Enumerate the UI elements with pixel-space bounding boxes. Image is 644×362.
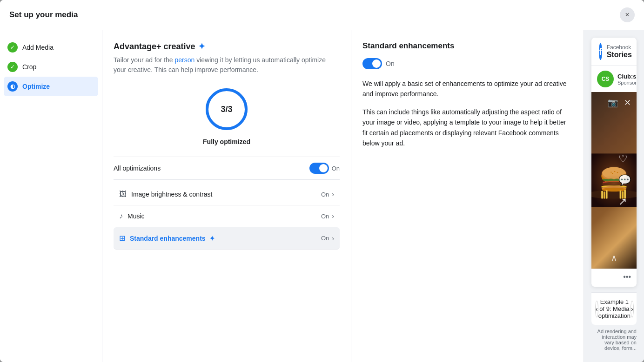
standard-label: Standard enhancements ✦	[130, 235, 215, 242]
close-button[interactable]: ×	[620, 7, 635, 22]
circle-label: Fully optimized	[203, 138, 250, 145]
preview-container: f Facebook Stories CS	[591, 38, 637, 287]
ad-footer-actions: •••	[591, 269, 637, 285]
sidebar-item-crop[interactable]: ✓ Crop	[0, 57, 102, 77]
se-title: Standard enhancements	[362, 41, 572, 51]
se-toggle[interactable]	[362, 58, 382, 69]
music-chevron: ›	[332, 212, 334, 220]
svg-rect-17	[606, 190, 608, 198]
share-icon[interactable]: ↗	[618, 196, 631, 208]
ad-more-icon[interactable]: •••	[623, 273, 631, 281]
brightness-icon: 🖼	[119, 190, 127, 198]
preview-header: f Facebook Stories	[591, 38, 637, 66]
se-on-text: On	[386, 60, 395, 67]
ad-header: CS Club:soda Sponsored ••• ✕	[591, 66, 637, 92]
sidebar: ✓ Add Media ✓ Crop ◐ Optimize	[0, 30, 102, 362]
modal-title: Set up your media	[9, 10, 78, 20]
modal-header: Set up your media ×	[0, 0, 644, 30]
se-toggle-row: On	[362, 58, 572, 69]
svg-point-7	[610, 172, 612, 173]
middle-panel: Standard enhancements On We will apply a…	[351, 30, 584, 362]
all-opt-toggle[interactable]	[309, 163, 329, 174]
image-close-icon[interactable]: ✕	[624, 98, 631, 108]
preview-nav: ‹ Example 1 of 9: Media optimization ›	[591, 292, 637, 325]
nav-label: Example 1 of 9: Media optimization	[598, 298, 631, 319]
check-icon-crop: ✓	[7, 62, 18, 72]
image-side-actions: ♡ 💬 ↗	[618, 153, 631, 208]
main-content: Advantage+ creative ✦ Tailor your ad for…	[102, 30, 644, 362]
sidebar-label-optimize: Optimize	[22, 83, 50, 90]
music-status: On	[321, 213, 329, 220]
svg-rect-16	[604, 191, 605, 198]
svg-rect-15	[601, 191, 603, 199]
svg-point-10	[612, 173, 613, 174]
opt-item-brightness[interactable]: 🖼 Image brightness & contrast On ›	[114, 184, 340, 205]
opt-item-standard[interactable]: ⊞ Standard enhancements ✦ On ›	[114, 227, 340, 250]
sidebar-item-add-media[interactable]: ✓ Add Media	[0, 38, 102, 57]
comment-icon[interactable]: 💬	[618, 174, 631, 186]
sparkle-icon: ✦	[198, 41, 205, 52]
all-opt-label: All optimizations	[114, 165, 161, 172]
preview-name: Stories	[607, 51, 632, 59]
camera-icon[interactable]: 📷	[608, 98, 618, 108]
brightness-label: Image brightness & contrast	[131, 191, 212, 198]
brightness-chevron: ›	[332, 191, 334, 198]
modal-body: ✓ Add Media ✓ Crop ◐ Optimize	[0, 30, 644, 362]
next-button[interactable]: ›	[631, 301, 634, 317]
all-opt-toggle-row: On	[309, 163, 340, 174]
circle-progress: 3/3	[203, 86, 250, 132]
heart-icon[interactable]: ♡	[618, 153, 631, 165]
preview-platform: Facebook	[607, 44, 632, 51]
subtitle-link[interactable]: person	[175, 56, 195, 64]
panel-subtitle: Tailor your ad for the person viewing it…	[114, 55, 340, 75]
sidebar-label-add-media: Add Media	[22, 44, 54, 51]
subtitle-before: Tailor your ad for the	[114, 56, 175, 64]
left-panel: Advantage+ creative ✦ Tailor your ad for…	[102, 30, 351, 362]
circle-container: 3/3 Fully optimized	[114, 86, 340, 145]
brightness-status: On	[321, 191, 329, 198]
ad-avatar: CS	[597, 71, 614, 87]
facebook-icon: f	[599, 43, 602, 60]
sidebar-item-optimize[interactable]: ◐ Optimize	[4, 77, 98, 96]
panel-title: Advantage+ creative ✦	[114, 41, 340, 52]
all-optimizations-row: All optimizations On	[114, 157, 340, 180]
standard-status: On	[321, 235, 329, 242]
standard-chevron: ›	[332, 235, 334, 242]
all-opt-on-text: On	[332, 165, 340, 172]
ad-sponsored: Sponsored	[617, 80, 637, 86]
modal: Set up your media × ✓ Add Media ✓ Crop ◐	[0, 0, 644, 362]
circle-value: 3/3	[221, 105, 232, 114]
right-panel: f Facebook Stories CS	[584, 30, 644, 362]
preview-footer: Ad rendering and interaction may vary ba…	[591, 325, 637, 355]
standard-sparkle: ✦	[209, 235, 215, 242]
se-description2: This can include things like automatical…	[362, 107, 572, 149]
cta-row: Learn more	[591, 285, 637, 287]
svg-point-8	[614, 171, 616, 172]
opt-item-music[interactable]: ♪ Music On ›	[114, 205, 340, 227]
check-icon-add-media: ✓	[7, 42, 18, 53]
prev-button[interactable]: ‹	[595, 301, 598, 317]
ad-image: 📷 ✕ ♡ 💬 ↗ ∧	[591, 92, 637, 269]
music-label: Music	[127, 212, 145, 220]
ad-brand: Club:soda	[617, 73, 637, 80]
music-icon: ♪	[119, 212, 123, 220]
swipe-indicator: ∧	[611, 253, 617, 263]
standard-icon: ⊞	[119, 234, 125, 243]
ad-content: CS Club:soda Sponsored ••• ✕	[591, 66, 637, 287]
se-description1: We will apply a basic set of enhancement…	[362, 79, 572, 99]
active-icon-optimize: ◐	[7, 81, 18, 92]
sidebar-label-crop: Crop	[22, 63, 36, 71]
